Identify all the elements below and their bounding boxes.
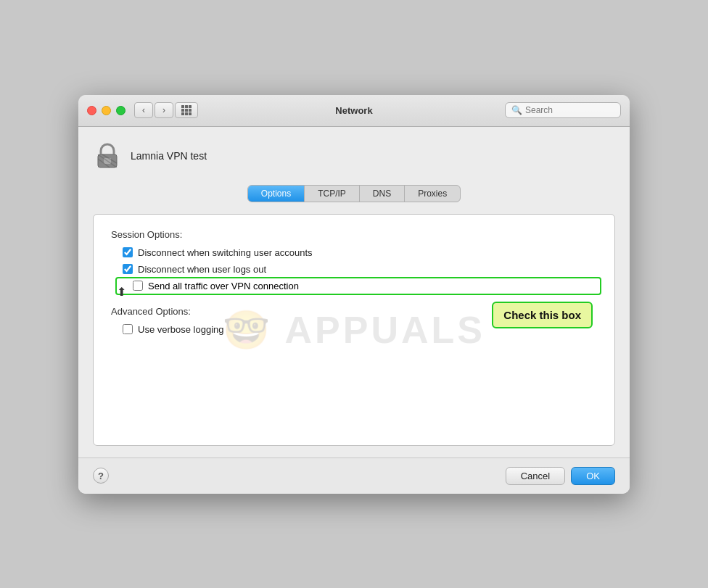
tab-group: Options TCP/IP DNS Proxies bbox=[247, 185, 461, 202]
send-traffic-checkbox[interactable] bbox=[133, 281, 143, 291]
connection-header: Lamnia VPN test bbox=[93, 138, 615, 173]
send-traffic-label: Send all traffic over VPN connection bbox=[148, 281, 299, 291]
disconnect-switch-label: Disconnect when switching user accounts bbox=[138, 247, 313, 258]
nav-buttons: ‹ › bbox=[134, 102, 173, 118]
vpn-lock-icon bbox=[93, 141, 122, 170]
connection-name: Lamnia VPN test bbox=[131, 150, 207, 162]
tab-proxies[interactable]: Proxies bbox=[405, 186, 460, 202]
cancel-button[interactable]: Cancel bbox=[506, 467, 565, 485]
grid-icon bbox=[181, 105, 192, 115]
disconnect-switch-row: Disconnect when switching user accounts bbox=[111, 247, 597, 258]
traffic-lights bbox=[87, 106, 125, 115]
disconnect-switch-checkbox[interactable] bbox=[123, 247, 133, 257]
window-title: Network bbox=[335, 105, 372, 116]
disconnect-logout-row: Disconnect when user logs out bbox=[111, 264, 597, 275]
verbose-logging-label: Use verbose logging bbox=[138, 324, 224, 335]
search-input[interactable] bbox=[525, 105, 614, 115]
tab-options[interactable]: Options bbox=[248, 186, 305, 202]
footer: ? Cancel OK bbox=[78, 457, 630, 494]
session-options-label: Session Options: bbox=[111, 229, 597, 240]
tab-bar: Options TCP/IP DNS Proxies bbox=[93, 185, 615, 202]
disconnect-logout-checkbox[interactable] bbox=[123, 264, 133, 274]
footer-buttons: Cancel OK bbox=[506, 467, 615, 485]
search-box[interactable]: 🔍 bbox=[505, 102, 621, 118]
titlebar: ‹ › Network 🔍 bbox=[78, 95, 630, 127]
minimize-button[interactable] bbox=[102, 106, 111, 115]
ok-button[interactable]: OK bbox=[571, 467, 615, 485]
back-button[interactable]: ‹ bbox=[134, 102, 153, 118]
forward-button[interactable]: › bbox=[155, 102, 173, 118]
close-button[interactable] bbox=[87, 106, 96, 115]
network-window: ‹ › Network 🔍 bbox=[78, 95, 630, 494]
search-icon: 🔍 bbox=[511, 105, 522, 115]
content-area: Lamnia VPN test Options TCP/IP DNS Proxi… bbox=[78, 127, 630, 457]
fullscreen-button[interactable] bbox=[116, 106, 125, 115]
verbose-logging-checkbox[interactable] bbox=[123, 324, 133, 334]
options-panel: 🤓 APPUALS Session Options: Disconnect wh… bbox=[93, 214, 615, 446]
grid-view-button[interactable] bbox=[175, 102, 198, 118]
tab-tcpip[interactable]: TCP/IP bbox=[305, 186, 360, 202]
help-button[interactable]: ? bbox=[93, 468, 109, 484]
disconnect-logout-label: Disconnect when user logs out bbox=[138, 264, 266, 275]
cursor-icon: ⬆ bbox=[117, 285, 126, 299]
check-this-box-tooltip: Check this box bbox=[492, 302, 593, 328]
send-traffic-row: ⬆ Send all traffic over VPN connection bbox=[111, 281, 597, 291]
tab-dns[interactable]: DNS bbox=[360, 186, 405, 202]
